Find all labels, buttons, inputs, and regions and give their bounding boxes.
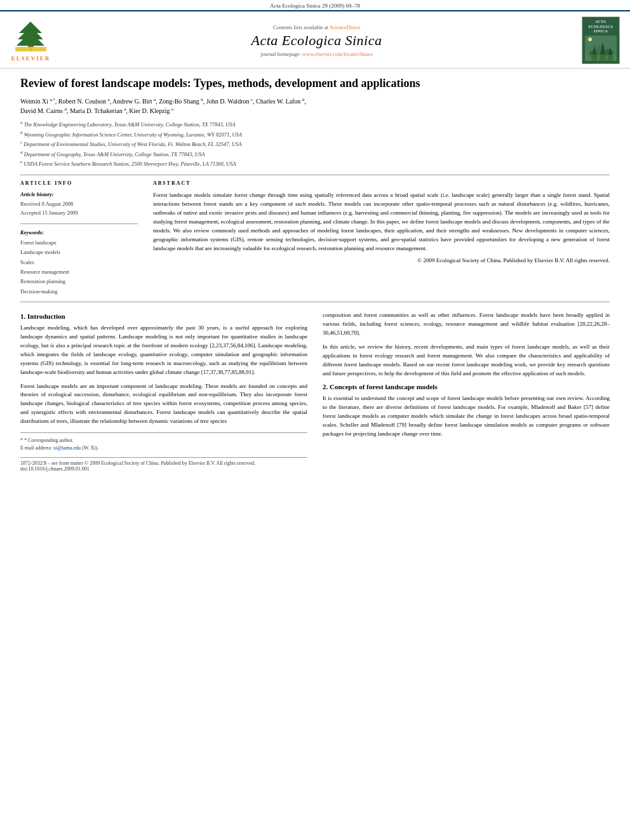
keyword-1: Forest landscape — [20, 238, 138, 248]
journal-citation: Acta Ecologica Sinica 29 (2009) 69–78 — [270, 3, 360, 9]
section2-title: 2. Concepts of forest landscape models — [323, 383, 610, 390]
elsevier-tree-icon — [10, 19, 51, 54]
section2-para-1: It is essential to understand the concep… — [323, 394, 610, 439]
article-info-col: ARTICLE INFO Article history: Received 8… — [20, 180, 138, 297]
top-bar: Acta Ecologica Sinica 29 (2009) 69–78 — [0, 0, 630, 10]
corresponding-author-note: * * Corresponding author. — [20, 437, 307, 444]
affiliation-d: d Department of Geography, Texas A&M Uni… — [20, 149, 610, 159]
accepted-date: Accepted 15 January 2009 — [20, 209, 138, 218]
svg-rect-13 — [585, 55, 617, 61]
author-email[interactable]: xi@tamu.edu — [53, 445, 81, 451]
homepage-link[interactable]: www.elsevier.com/locate/chnaes — [302, 51, 373, 57]
divider-2 — [20, 302, 610, 302]
abstract-col: ABSTRACT Forest landscape models simulat… — [153, 180, 610, 297]
abstract-heading: ABSTRACT — [153, 180, 610, 186]
keyword-6: Decision-making — [20, 287, 138, 297]
affiliation-b: b Wyoming Geographic Information Science… — [20, 130, 610, 139]
sciencedirect-link[interactable]: ScienceDirect — [330, 24, 360, 30]
page-wrapper: Acta Ecologica Sinica 29 (2009) 69–78 EL… — [0, 0, 630, 478]
intro-para-3: composition and forest communities as we… — [323, 311, 610, 338]
abstract-copyright: © 2009 Ecological Society of China. Publ… — [153, 257, 610, 263]
body-content: 1. Introduction Landscape modeling, whic… — [20, 311, 610, 472]
article-info-heading: ARTICLE INFO — [20, 180, 138, 186]
affiliation-e: e USDA Forest Service Southern Research … — [20, 159, 610, 168]
journal-center-block: Contents lists available at ScienceDirec… — [51, 24, 582, 57]
keywords-list: Forest landscape Landscape models Scales… — [20, 238, 138, 297]
received-date: Received 8 August 2008 — [20, 200, 138, 209]
elsevier-logo-block: ELSEVIER — [10, 19, 51, 62]
info-abstract-columns: ARTICLE INFO Article history: Received 8… — [20, 180, 610, 297]
intro-para-2: Forest landscape models are an important… — [20, 382, 307, 427]
abstract-text: Forest landscape models simulate forest … — [153, 191, 610, 253]
body-left-col: 1. Introduction Landscape modeling, whic… — [20, 311, 307, 472]
email-note: E-mail address: xi@tamu.edu (W. Xi). — [20, 444, 307, 452]
history-label: Article history: — [20, 191, 138, 197]
footnote-area: * * Corresponding author. E-mail address… — [20, 432, 307, 452]
sciencedirect-line: Contents lists available at ScienceDirec… — [51, 24, 582, 30]
journal-homepage: journal homepage: www.elsevier.com/locat… — [51, 51, 582, 57]
body-right-col: composition and forest communities as we… — [323, 311, 610, 472]
svg-point-14 — [588, 37, 592, 41]
affiliations: a The Knowledge Engineering Laboratory, … — [20, 119, 610, 168]
authors: Weimin Xi a,*, Robert N. Coulson a, Andr… — [20, 96, 610, 116]
elsevier-label: ELSEVIER — [11, 55, 51, 62]
main-content: Review of forest landscape models: Types… — [0, 69, 630, 478]
affiliation-c: c Department of Environmental Studies, U… — [20, 139, 610, 149]
section1-title: 1. Introduction — [20, 312, 307, 320]
affiliation-a: a The Knowledge Engineering Laboratory, … — [20, 119, 610, 129]
keyword-5: Restoration planning — [20, 277, 138, 286]
divider-keywords — [20, 223, 138, 224]
intro-para-1: Landscape modeling, which has developed … — [20, 324, 307, 377]
journal-header: ELSEVIER Contents lists available at Sci… — [0, 10, 630, 69]
page-footer: 1872-2032/$ – see front matter © 2009 Ec… — [20, 457, 307, 472]
svg-rect-4 — [15, 47, 46, 51]
divider-1 — [20, 175, 610, 175]
journal-title: Acta Ecologica Sinica — [51, 32, 582, 49]
footer-issn: 1872-2032/$ – see front matter © 2009 Ec… — [20, 460, 307, 466]
keyword-2: Landscape models — [20, 248, 138, 257]
intro-para-4: In this article, we review the history, … — [323, 343, 610, 378]
article-title: Review of forest landscape models: Types… — [20, 76, 610, 91]
journal-cover-image: ACTA ECOLOGICA SINICA — [582, 17, 620, 64]
cover-photo — [585, 36, 617, 61]
keywords-label: Keywords: — [20, 229, 138, 236]
keyword-3: Scales — [20, 258, 138, 267]
keyword-4: Resource management — [20, 267, 138, 277]
footer-doi: doi:10.1016/j.chnaes.2009.01.001 — [20, 466, 307, 472]
article-dates: Received 8 August 2008 Accepted 15 Janua… — [20, 200, 138, 217]
